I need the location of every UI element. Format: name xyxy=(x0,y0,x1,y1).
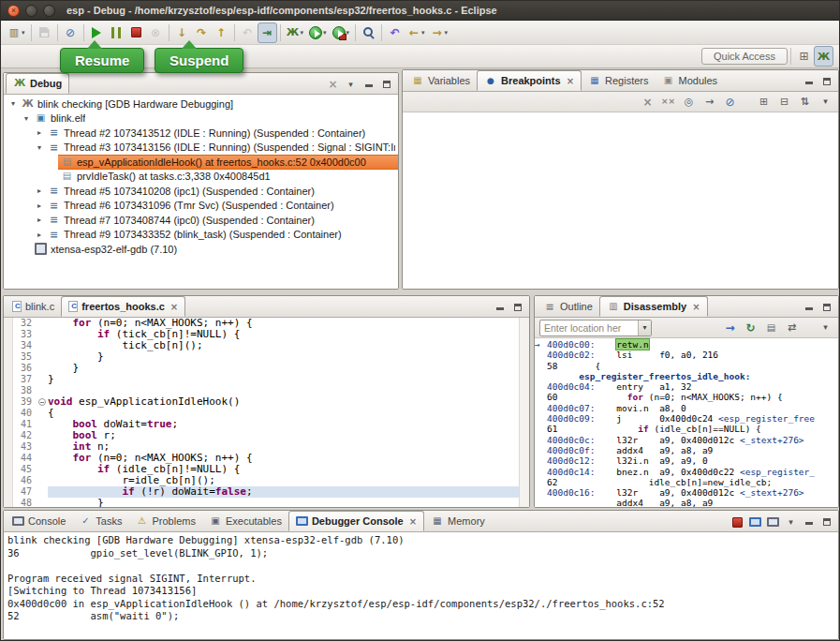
collapse-all-button[interactable]: ⊟ xyxy=(776,95,792,110)
run-button[interactable]: ▾ xyxy=(306,22,330,43)
tab-executables[interactable]: ▣Executables xyxy=(202,511,288,531)
editor-text[interactable]: for (n=0; n<MAX_HOOKS; n++) { if (tick_c… xyxy=(48,318,519,507)
tab-outline[interactable]: ≡Outline xyxy=(537,296,599,317)
open-perspective-button[interactable]: ⊞ xyxy=(794,46,814,67)
title-bar[interactable]: × esp - Debug - /home/krzysztof/esp/esp-… xyxy=(1,1,839,21)
debug-perspective-button[interactable]: Ж xyxy=(814,46,833,67)
code-line[interactable]: } xyxy=(48,351,519,363)
tab-debugger-console[interactable]: Debugger Console× xyxy=(288,511,424,531)
maximize-button[interactable] xyxy=(818,300,834,315)
disassembly-source-line[interactable]: 60 for (n=0; n<MAX_HOOKS; n++) { xyxy=(535,392,838,402)
tab-console[interactable]: Console xyxy=(6,511,72,531)
tree-expander-collapsed[interactable]: ▸ xyxy=(34,128,45,137)
disassembly-instruction-line[interactable]: 400d0c0c: l32r a9, 0x400d012c <_stext+27… xyxy=(535,435,838,445)
tab-variables[interactable]: ▦Variables xyxy=(405,70,477,91)
remove-breakpoint-button[interactable]: × xyxy=(640,95,656,110)
minimize-button[interactable] xyxy=(801,300,817,315)
dropdown-arrow-icon[interactable]: ▾ xyxy=(323,29,327,37)
view-menu-button[interactable]: ▾ xyxy=(343,77,359,92)
code-line[interactable]: } xyxy=(48,374,519,385)
editor-tab-freertos-hooks-c[interactable]: freertos_hooks.c× xyxy=(61,296,185,317)
tree-expander-collapsed[interactable]: ▸ xyxy=(34,186,45,195)
code-editor[interactable]: 3233343536373839404142434445464748 for (… xyxy=(4,318,529,507)
tab-registers[interactable]: ▦Registers xyxy=(582,70,655,91)
debug-tree-item[interactable]: ▸≡Thread #2 1073413512 (IDLE : Running) … xyxy=(4,126,398,141)
disassembly-instruction-line[interactable]: 400d0c02: lsi f0, a0, 216 xyxy=(535,350,838,360)
search-button[interactable] xyxy=(359,22,378,43)
close-tab-icon[interactable]: × xyxy=(409,516,417,527)
code-line[interactable]: tick_cb[n](); xyxy=(48,340,519,351)
console-output[interactable]: blink checking [GDB Hardware Debugging] … xyxy=(4,532,838,639)
suspend-button[interactable] xyxy=(107,22,126,43)
overview-ruler[interactable] xyxy=(519,318,529,507)
code-line[interactable]: void esp_vApplicationIdleHook() xyxy=(48,396,519,408)
debug-tree-item[interactable]: ▤esp_vApplicationIdleHook() at freertos_… xyxy=(4,155,398,170)
tab-problems[interactable]: ⚠Problems xyxy=(128,511,201,531)
maximize-button[interactable] xyxy=(509,300,525,315)
terminate-button[interactable] xyxy=(126,22,146,43)
forward-button[interactable]: →▾ xyxy=(428,22,451,43)
disassembly-instruction-line[interactable]: addx4 a9, a8, a9 xyxy=(535,498,838,507)
external-tools-button[interactable]: ▾ xyxy=(330,22,353,43)
disassembly-text[interactable]: →400d0c00: retw.n 400d0c02: lsi f0, a0, … xyxy=(535,338,838,507)
dropdown-arrow-icon[interactable]: ▾ xyxy=(421,29,425,37)
view-menu-button[interactable]: ▾ xyxy=(818,95,833,110)
disassembly-source-line[interactable]: 61 if (idle_cb[n]==NULL) { xyxy=(535,424,838,434)
disassembly-instruction-line[interactable]: 400d0c12: l32i.n a9, a9, 0 xyxy=(535,455,838,466)
quick-access-button[interactable]: Quick Access xyxy=(701,48,788,65)
debug-tree-item[interactable]: ▸≡Thread #7 1073408744 (ipc0) (Suspended… xyxy=(4,213,398,228)
back-button[interactable]: ←▾ xyxy=(405,22,428,43)
tree-expander-expanded[interactable]: ▾ xyxy=(21,114,32,123)
close-tab-icon[interactable]: × xyxy=(170,302,178,312)
disconnect-button[interactable]: ⊗ xyxy=(146,22,166,43)
tab-disassembly[interactable]: ▥Disassembly× xyxy=(599,296,708,317)
code-line[interactable]: if (!r) doWait=false; xyxy=(48,486,519,498)
debug-tree-item[interactable]: ▸≡Thread #9 1073433352 (blink_task) (Sus… xyxy=(4,228,398,243)
tab-modules[interactable]: ▣Modules xyxy=(655,70,724,91)
minimize-button[interactable] xyxy=(801,514,817,529)
dropdown-arrow-icon[interactable]: ▾ xyxy=(346,29,350,37)
instruction-stepping-button[interactable]: ⇥ xyxy=(258,22,277,43)
disassembly-source-line[interactable]: 58 { xyxy=(535,361,838,371)
window-minimize-button[interactable] xyxy=(25,5,37,17)
tree-expander-collapsed[interactable]: ▸ xyxy=(34,201,45,210)
maximize-button[interactable] xyxy=(378,77,394,92)
show-breakpoints-for-selection-button[interactable]: ◎ xyxy=(681,95,697,110)
location-combo[interactable]: Enter location her ▾ xyxy=(539,320,652,336)
tree-expander-collapsed[interactable]: ▸ xyxy=(34,216,45,224)
drop-to-frame-button[interactable]: ↶ xyxy=(238,22,258,43)
close-tab-icon[interactable]: × xyxy=(567,76,574,86)
navigate-to-pc-button[interactable]: → xyxy=(722,320,738,335)
disassembly-label-line[interactable]: esp_register_freertos_idle_hook: xyxy=(535,371,838,381)
combo-dropdown-icon[interactable]: ▾ xyxy=(638,320,651,335)
new-wizard-button[interactable]: ▥▾ xyxy=(5,22,28,43)
refresh-button[interactable]: ↻ xyxy=(743,320,759,335)
window-maximize-button[interactable] xyxy=(43,5,55,17)
minimize-button[interactable] xyxy=(801,74,817,89)
disassembly-source-line[interactable]: 62 idle_cb[n]=new_idle_cb; xyxy=(535,477,838,487)
minimize-button[interactable] xyxy=(361,77,376,92)
save-button[interactable] xyxy=(35,22,54,43)
debug-tree-item[interactable]: xtensa-esp32-elf-gdb (7.10) xyxy=(4,242,398,257)
go-to-file-button[interactable]: → xyxy=(701,95,717,110)
tree-expander-collapsed[interactable]: ▸ xyxy=(34,231,45,239)
debug-tree-item[interactable]: ▤prvIdleTask() at tasks.c:3,338 0x400845… xyxy=(4,170,398,185)
remove-terminated-button[interactable]: × xyxy=(325,77,341,92)
editor-tab-blink-c[interactable]: blink.c xyxy=(6,296,61,317)
fold-minus-icon[interactable] xyxy=(38,398,46,406)
minimize-button[interactable] xyxy=(492,300,508,315)
skip-all-breakpoints-button[interactable]: ⊘ xyxy=(61,22,81,43)
last-edit-location-button[interactable]: ↶ xyxy=(385,22,405,43)
debug-tree-item[interactable]: ▸≡Thread #6 1073431096 (Tmr Svc) (Suspen… xyxy=(4,199,398,214)
tab-breakpoints[interactable]: ●Breakpoints× xyxy=(477,70,582,91)
dropdown-arrow-icon[interactable]: ▾ xyxy=(22,29,25,37)
maximize-button[interactable] xyxy=(818,514,834,529)
dropdown-arrow-icon[interactable]: ▾ xyxy=(445,29,449,37)
debug-tree-item[interactable]: ▾≡Thread #3 1073413156 (IDLE : Running) … xyxy=(4,141,398,156)
tab-memory[interactable]: ▦Memory xyxy=(424,511,492,531)
view-menu-button[interactable]: ▾ xyxy=(783,514,799,529)
dropdown-arrow-icon[interactable]: ▾ xyxy=(301,29,304,37)
expand-all-button[interactable]: ⊞ xyxy=(756,95,772,110)
step-return-button[interactable]: ↑ xyxy=(212,22,231,43)
tree-expander-expanded[interactable]: ▾ xyxy=(7,99,19,108)
